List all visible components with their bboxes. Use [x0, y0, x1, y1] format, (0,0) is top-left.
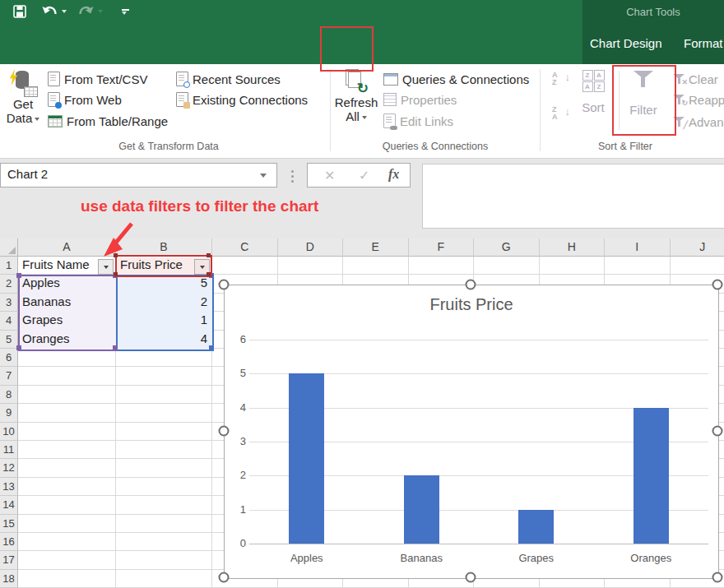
sort-icon: ZA — [574, 70, 612, 81]
column-header-F[interactable]: F — [409, 238, 475, 257]
chart-resize-handle[interactable] — [712, 280, 723, 290]
row-header-17[interactable]: 17 — [0, 551, 18, 569]
column-header-H[interactable]: H — [540, 238, 606, 257]
name-box-dropdown-icon[interactable] — [260, 174, 267, 178]
column-header-G[interactable]: G — [474, 238, 540, 257]
chart-resize-handle[interactable] — [712, 572, 723, 583]
insert-function-icon[interactable]: fx — [388, 167, 399, 182]
redo-dropdown-icon — [98, 10, 103, 13]
get-data-icon — [8, 69, 38, 97]
row-header-6[interactable]: 6 — [0, 349, 18, 367]
bar-apples[interactable] — [289, 373, 324, 544]
sort-ascending-icon: AZ↓ — [552, 72, 570, 90]
cell-a5[interactable]: Oranges — [22, 331, 70, 345]
recent-sources-button[interactable]: Recent Sources — [176, 71, 281, 87]
undo-dropdown-icon[interactable] — [62, 10, 67, 13]
y-tick-6: 6 — [230, 333, 246, 345]
bar-grapes[interactable] — [518, 510, 554, 544]
filter-dropdown-a1[interactable] — [98, 259, 114, 275]
cancel-icon: ✕ — [324, 168, 335, 183]
group-label-get-transform: Get & Transform Data — [49, 141, 288, 152]
tab-chart-design[interactable]: Chart Design — [590, 36, 662, 50]
web-file-icon — [48, 92, 60, 107]
row-header-3[interactable]: 3 — [0, 294, 18, 312]
sort-descending-icon: ZA↓ — [552, 106, 570, 124]
bar-oranges[interactable] — [634, 408, 669, 544]
formula-bar-options-icon[interactable] — [291, 175, 294, 178]
row-header-18[interactable]: 18 — [0, 570, 18, 588]
cell-b4[interactable]: 1 — [125, 313, 207, 326]
cell-b5[interactable]: 4 — [125, 331, 207, 345]
undo-icon[interactable] — [41, 5, 67, 17]
get-data-button[interactable]: Get Data — [2, 69, 44, 125]
ribbon: Get Data From Text/CSV From Web From Tab… — [0, 64, 724, 159]
annotation-text: use data filters to filter the chart — [81, 197, 318, 215]
cell-b2[interactable]: 5 — [125, 275, 207, 289]
from-table-range-button[interactable]: From Table/Range — [48, 113, 168, 129]
column-header-E[interactable]: E — [343, 238, 409, 257]
recent-sources-icon — [176, 72, 188, 86]
table-icon — [48, 115, 63, 127]
cell-a1[interactable]: Fruits Name — [22, 257, 90, 271]
row-header-10[interactable]: 10 — [0, 423, 18, 441]
y-tick-1: 1 — [230, 503, 246, 516]
row-header-7[interactable]: 7 — [0, 367, 18, 385]
tab-format[interactable]: Format — [684, 36, 723, 50]
chart-resize-handle[interactable] — [219, 280, 230, 290]
row-header-13[interactable]: 13 — [0, 478, 18, 496]
row-header-1[interactable]: 1 — [0, 257, 18, 275]
worksheet-grid: ABCDEFGHIJ 123456789101112131415161718 F… — [0, 238, 724, 588]
y-tick-0: 0 — [230, 537, 246, 549]
row-header-15[interactable]: 15 — [0, 515, 18, 533]
row-header-9[interactable]: 9 — [0, 404, 18, 422]
cell-a2[interactable]: Apples — [22, 275, 60, 289]
formula-controls: ✕ ✓ fx — [307, 163, 411, 188]
advanced-filter-icon: ╱ — [673, 117, 685, 127]
existing-connections-button[interactable]: Existing Connections — [176, 91, 308, 108]
row-header-16[interactable]: 16 — [0, 533, 18, 551]
column-header-J[interactable]: J — [671, 238, 724, 257]
clear-filter-icon: ✕ — [673, 74, 685, 85]
row-header-8[interactable]: 8 — [0, 386, 18, 404]
column-header-D[interactable]: D — [278, 238, 344, 257]
row-header-14[interactable]: 14 — [0, 496, 18, 514]
gridline-y6 — [249, 340, 708, 340]
x-category-grapes: Grapes — [487, 552, 586, 564]
filter-icon — [633, 70, 654, 90]
row-header-12[interactable]: 12 — [0, 459, 18, 477]
reapply-filter-button: ↻ Reapply — [673, 91, 724, 108]
from-text-csv-button[interactable]: From Text/CSV — [48, 71, 147, 87]
bar-bananas[interactable] — [404, 475, 439, 544]
row-header-4[interactable]: 4 — [0, 312, 18, 330]
formula-bar-input[interactable] — [422, 164, 724, 229]
queries-connections-button[interactable]: Queries & Connections — [383, 71, 529, 87]
properties-button: Properties — [383, 91, 457, 108]
cell-a3[interactable]: Bananas — [22, 294, 71, 308]
row-header-11[interactable]: 11 — [0, 441, 18, 459]
chart-resize-handle[interactable] — [219, 572, 230, 583]
chart-resize-handle[interactable] — [219, 426, 230, 437]
queries-connections-icon — [383, 73, 398, 86]
from-web-button[interactable]: From Web — [48, 91, 122, 108]
cell-b3[interactable]: 2 — [125, 294, 207, 308]
save-icon[interactable] — [13, 5, 26, 18]
chart-title[interactable]: Fruits Price — [225, 295, 718, 314]
existing-connections-icon — [176, 92, 188, 107]
chart-resize-handle[interactable] — [712, 426, 723, 437]
chart-resize-handle[interactable] — [466, 280, 476, 290]
x-category-oranges: Oranges — [601, 552, 700, 564]
chart-resize-handle[interactable] — [466, 572, 476, 583]
column-header-C[interactable]: C — [212, 238, 278, 257]
y-tick-4: 4 — [230, 401, 246, 414]
embedded-chart[interactable]: Fruits Price 6543210ApplesBananasGrapesO… — [224, 285, 719, 579]
refresh-all-button[interactable]: ↻ Refresh All — [332, 69, 380, 123]
y-tick-3: 3 — [230, 435, 246, 447]
column-header-I[interactable]: I — [605, 238, 671, 257]
row-header-2[interactable]: 2 — [0, 275, 18, 293]
excel-window: FileHomeInsertPage LayoutFormulasDataRev… — [0, 0, 724, 588]
cell-a4[interactable]: Grapes — [22, 313, 63, 326]
chart-tools-label: Chart Tools — [582, 6, 724, 18]
customize-qat-icon[interactable] — [122, 5, 127, 15]
name-box[interactable]: Chart 2 — [0, 163, 277, 188]
row-header-5[interactable]: 5 — [0, 331, 18, 349]
